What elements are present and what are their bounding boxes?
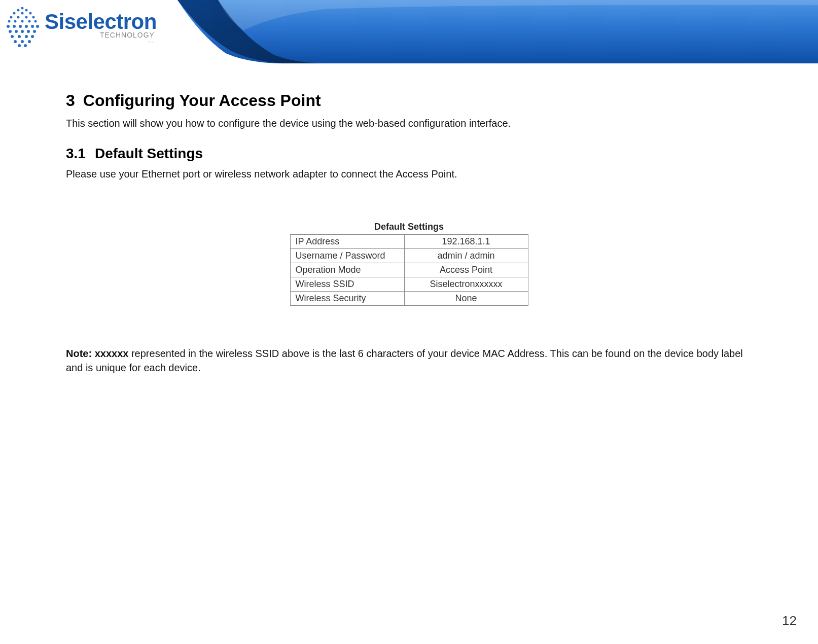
table-cell-label: IP Address [290,235,404,249]
svg-point-9 [25,16,28,19]
svg-point-12 [14,20,17,23]
svg-point-30 [31,35,34,38]
subsection-heading: 3.1Default Settings [66,146,752,162]
svg-point-13 [21,20,24,23]
table-cell-value: Access Point [404,263,528,277]
table-cell-label: Username / Password [290,249,404,263]
note-paragraph: Note: xxxxxx represented in the wireless… [66,346,752,375]
svg-point-1 [21,7,24,10]
section-heading: 3Configuring Your Access Point [66,91,752,110]
svg-point-18 [19,25,22,28]
table-row: Wireless SSID Siselectronxxxxxx [290,277,528,292]
logo-text-block: Siselectron TECHNOLOGY ····· [45,10,157,45]
logo: Siselectron TECHNOLOGY ····· [5,5,157,49]
header-banner: Siselectron TECHNOLOGY ····· [0,0,818,63]
section-title: Configuring Your Access Point [83,91,321,110]
svg-point-19 [25,25,28,28]
svg-point-16 [7,25,10,28]
default-settings-table: Default Settings IP Address 192.168.1.1 … [290,222,528,306]
svg-point-7 [10,16,13,19]
table-cell-value: None [404,292,528,306]
section-number: 3 [66,91,75,110]
svg-point-21 [36,25,39,28]
svg-point-15 [34,20,37,23]
table-row: IP Address 192.168.1.1 [290,235,528,249]
note-prefix: Note: xxxxxx [66,348,128,359]
subsection-number: 3.1 [66,146,86,162]
svg-point-28 [18,35,21,38]
table-cell-value: Siselectronxxxxxx [404,277,528,292]
table-cell-label: Operation Mode [290,263,404,277]
table-cell-value: admin / admin [404,249,528,263]
logo-tagline: ····· [45,39,155,45]
section-intro: This section will show you how to config… [66,116,752,130]
svg-point-8 [17,16,20,19]
table-cell-value: 192.168.1.1 [404,235,528,249]
svg-point-35 [24,44,27,47]
page-content: 3Configuring Your Access Point This sect… [0,63,818,375]
svg-point-29 [25,35,28,38]
svg-point-27 [11,35,14,38]
page-number: 12 [782,613,797,629]
svg-point-32 [21,40,24,43]
svg-point-4 [13,12,16,15]
logo-icon [5,5,40,49]
svg-point-5 [21,12,24,15]
svg-point-25 [27,30,30,33]
note-body: represented in the wireless SSID above i… [66,348,743,373]
table-cell-label: Wireless SSID [290,277,404,292]
svg-point-31 [14,40,17,43]
table-row: Operation Mode Access Point [290,263,528,277]
svg-point-33 [28,40,31,43]
svg-point-24 [21,30,24,33]
svg-point-10 [32,16,35,19]
settings-table-wrap: Default Settings IP Address 192.168.1.1 … [66,222,752,306]
subsection-title: Default Settings [95,146,203,161]
svg-point-3 [25,9,28,12]
svg-point-6 [29,12,32,15]
svg-point-23 [15,30,18,33]
subsection-intro: Please use your Ethernet port or wireles… [66,167,752,181]
svg-point-14 [28,20,31,23]
logo-subtitle: TECHNOLOGY [45,31,155,39]
table-cell-label: Wireless Security [290,292,404,306]
svg-point-26 [33,30,36,33]
table-row: Username / Password admin / admin [290,249,528,263]
svg-point-2 [17,9,20,12]
svg-point-11 [8,20,11,23]
table-caption: Default Settings [290,222,528,234]
logo-name: Siselectron [45,10,157,34]
svg-point-20 [31,25,34,28]
svg-point-22 [9,30,12,33]
svg-point-17 [13,25,16,28]
table-row: Wireless Security None [290,292,528,306]
svg-point-34 [18,44,21,47]
